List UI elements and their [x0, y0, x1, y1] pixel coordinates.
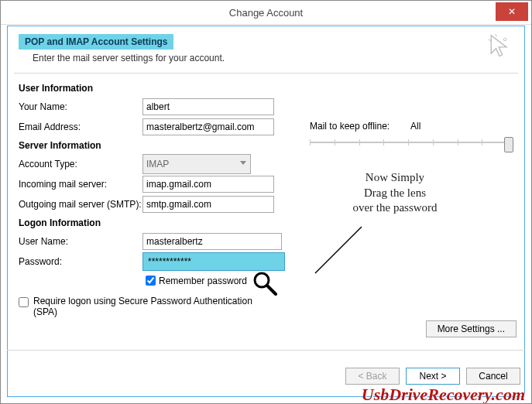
logon-info-heading: Logon Information	[19, 217, 513, 228]
svg-line-3	[315, 227, 362, 273]
close-icon: ✕	[508, 6, 516, 17]
close-button[interactable]: ✕	[496, 2, 528, 21]
slider-thumb[interactable]	[504, 137, 513, 152]
more-settings-button[interactable]: More Settings ...	[426, 320, 517, 337]
email-label: Email Address:	[19, 122, 142, 132]
outgoing-input[interactable]	[142, 196, 274, 213]
mail-keep-value: All	[410, 121, 420, 132]
cancel-button[interactable]: Cancel	[466, 368, 520, 385]
banner-subtitle: Enter the mail server settings for your …	[33, 53, 486, 63]
outgoing-label: Outgoing mail server (SMTP):	[19, 199, 142, 210]
svg-line-1	[496, 34, 497, 37]
name-input[interactable]	[142, 98, 274, 115]
divider	[14, 73, 518, 74]
remember-password-checkbox[interactable]	[146, 276, 156, 286]
name-label: Your Name:	[19, 101, 142, 112]
email-input[interactable]	[142, 118, 274, 135]
watermark-text: UsbDriveRecovery.com	[362, 385, 525, 404]
password-label: Password:	[19, 256, 142, 267]
header-banner: POP and IMAP Account Settings Enter the …	[19, 34, 513, 63]
banner-title: POP and IMAP Account Settings	[19, 34, 173, 50]
username-input[interactable]	[142, 233, 282, 250]
titlebar: Change Account ✕	[1, 1, 531, 25]
mail-offline-panel: Mail to keep offline: All	[310, 121, 513, 155]
incoming-input[interactable]	[142, 176, 274, 193]
window-title: Change Account	[1, 7, 531, 19]
instruction-callout: Now Simply Drag the lens over the passwo…	[325, 170, 465, 216]
spa-label: Require logon using Secure Password Auth…	[33, 296, 266, 317]
account-type-select	[142, 154, 251, 174]
footer-divider	[7, 350, 525, 351]
back-button: < Back	[345, 368, 400, 385]
svg-point-0	[503, 38, 506, 41]
dialog-body: POP and IMAP Account Settings Enter the …	[7, 26, 525, 397]
username-label: User Name:	[19, 236, 142, 247]
dialog-window: Change Account ✕ POP and IMAP Account Se…	[0, 0, 532, 404]
mail-keep-label: Mail to keep offline:	[310, 121, 410, 132]
account-type-label: Account Type:	[19, 159, 142, 169]
incoming-label: Incoming mail server:	[19, 179, 142, 190]
password-input[interactable]	[142, 252, 285, 271]
cursor-icon	[486, 33, 513, 60]
next-button[interactable]: Next >	[406, 368, 460, 385]
user-info-heading: User Information	[19, 83, 513, 94]
wizard-nav: < Back Next > Cancel	[345, 368, 520, 385]
callout-arrow	[311, 223, 366, 277]
spa-checkbox[interactable]	[19, 297, 29, 307]
remember-password-label: Remember password	[159, 276, 247, 286]
mail-keep-slider[interactable]	[310, 136, 513, 155]
